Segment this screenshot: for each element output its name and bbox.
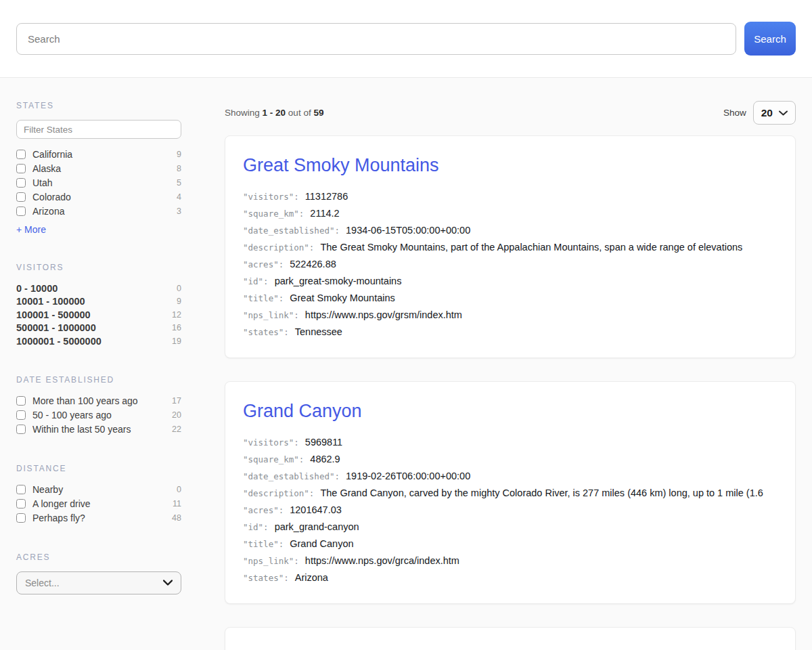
facet-option-label: 10001 - 100000 [16, 296, 171, 307]
facet-option-visitors-1[interactable]: 10001 - 100000 9 [16, 295, 181, 309]
facet-option-count: 0 [177, 284, 181, 293]
field-value: Arizona [295, 572, 328, 583]
result-title-link[interactable]: Grand Canyon [243, 401, 777, 422]
result-field-states: states Tennessee [243, 326, 777, 337]
checkbox-icon[interactable] [16, 164, 26, 173]
field-key: description [243, 488, 314, 498]
field-key: id [243, 276, 269, 286]
facet-option-count: 17 [172, 396, 181, 406]
field-key: title [243, 293, 284, 303]
facet-option-count: 22 [172, 425, 181, 434]
facet-acres: ACRES Select... [16, 552, 181, 594]
facet-option-count: 16 [172, 323, 181, 332]
facet-option-colorado[interactable]: Colorado 4 [16, 190, 181, 204]
result-field-title: title Great Smoky Mountains [243, 292, 777, 303]
facet-option-label: 0 - 10000 [16, 283, 171, 294]
field-value: 1934-06-15T05:00:00+00:00 [346, 225, 470, 236]
results-count-text: Showing 1 - 20 out of 59 [225, 108, 323, 118]
facet-option-visitors-3[interactable]: 500001 - 1000000 16 [16, 322, 181, 335]
facet-option-label: Alaska [32, 163, 171, 174]
checkbox-icon[interactable] [16, 425, 26, 434]
checkbox-icon[interactable] [16, 396, 26, 406]
field-value: 2114.2 [310, 208, 339, 219]
states-more-link[interactable]: + More [16, 224, 46, 235]
field-key: nps_link [243, 556, 299, 566]
chevron-down-icon [779, 110, 788, 116]
field-key: square_km [243, 454, 304, 464]
filter-states-input[interactable] [16, 120, 181, 139]
facet-option-nearby[interactable]: Nearby 0 [16, 483, 181, 497]
facet-option-longer-drive[interactable]: A longer drive 11 [16, 497, 181, 511]
checkbox-icon[interactable] [16, 192, 26, 202]
field-value: 522426.88 [290, 259, 336, 269]
acres-select[interactable]: Select... [16, 571, 181, 594]
facet-option-label: Perhaps fly? [32, 513, 166, 523]
result-field-date-established: date_established 1934-06-15T05:00:00+00:… [243, 225, 777, 236]
checkbox-icon[interactable] [16, 513, 26, 523]
facet-option-california[interactable]: California 9 [16, 147, 181, 161]
result-title-link[interactable]: Great Smoky Mountains [243, 155, 777, 176]
facet-option-count: 8 [177, 164, 181, 173]
results-meta: Showing 1 - 20 out of 59 Show 20 [225, 101, 796, 125]
result-field-square-km: square_km 4862.9 [243, 454, 777, 464]
facet-option-date-1[interactable]: 50 - 100 years ago 20 [16, 408, 181, 422]
result-field-nps-link: nps_link https://www.nps.gov/grsm/index.… [243, 309, 777, 320]
field-key: description [243, 242, 314, 253]
facet-option-count: 9 [177, 150, 181, 159]
facet-option-label: 50 - 100 years ago [32, 410, 166, 420]
facet-option-alaska[interactable]: Alaska 8 [16, 161, 181, 175]
facet-option-date-0[interactable]: More than 100 years ago 17 [16, 394, 181, 408]
result-field-visitors: visitors 11312786 [243, 191, 777, 202]
checkbox-icon[interactable] [16, 410, 26, 420]
search-input[interactable] [16, 23, 736, 55]
facet-option-visitors-4[interactable]: 1000001 - 5000000 19 [16, 334, 181, 348]
field-key: title [243, 539, 284, 549]
field-value: https://www.nps.gov/grsm/index.htm [305, 309, 462, 320]
acres-select-value: Select... [25, 578, 60, 588]
field-value: 5969811 [305, 437, 342, 448]
facet-option-arizona[interactable]: Arizona 3 [16, 204, 181, 218]
checkbox-icon[interactable] [16, 499, 26, 508]
checkbox-icon[interactable] [16, 150, 26, 159]
facet-option-utah[interactable]: Utah 5 [16, 175, 181, 190]
checkbox-icon[interactable] [16, 485, 26, 494]
result-field-visitors: visitors 5969811 [243, 437, 777, 448]
result-field-title: title Grand Canyon [243, 538, 777, 549]
facet-option-visitors-0[interactable]: 0 - 10000 0 [16, 282, 181, 295]
field-key: acres [243, 259, 284, 269]
facet-option-label: A longer drive [32, 498, 167, 509]
page-content: STATES California 9 Alaska 8 Utah 5 Colo… [0, 78, 812, 650]
facet-option-perhaps-fly[interactable]: Perhaps fly? 48 [16, 511, 181, 525]
show-label: Show [723, 108, 746, 118]
field-value: The Great Smoky Mountains, part of the A… [320, 242, 742, 253]
facet-option-count: 11 [173, 499, 181, 508]
field-value: 11312786 [305, 191, 348, 202]
facet-option-count: 4 [177, 192, 181, 202]
facet-option-count: 20 [172, 410, 181, 420]
facet-option-label: Utah [32, 177, 171, 188]
search-header: Search [0, 0, 812, 78]
search-button[interactable]: Search [744, 22, 796, 56]
results-area: Showing 1 - 20 out of 59 Show 20 Great S… [225, 101, 796, 650]
facet-option-count: 9 [177, 297, 181, 306]
field-value: The Grand Canyon, carved by the mighty C… [320, 488, 763, 498]
chevron-down-icon [163, 580, 173, 586]
field-key: date_established [243, 225, 340, 236]
showing-prefix: Showing [225, 108, 260, 118]
facet-acres-title: ACRES [16, 552, 181, 562]
page-size-select[interactable]: 20 [753, 101, 796, 125]
field-key: visitors [243, 192, 299, 202]
result-field-acres: acres 1201647.03 [243, 504, 777, 515]
facet-option-label: 500001 - 1000000 [16, 322, 166, 333]
checkbox-icon[interactable] [16, 207, 26, 216]
facet-option-label: 100001 - 500000 [16, 309, 166, 320]
facet-option-count: 5 [177, 178, 181, 188]
facet-visitors: VISITORS 0 - 10000 0 10001 - 100000 9 10… [16, 263, 181, 348]
facet-option-label: 1000001 - 5000000 [16, 336, 166, 347]
result-field-square-km: square_km 2114.2 [243, 208, 777, 219]
page-size-control: Show 20 [723, 101, 796, 125]
checkbox-icon[interactable] [16, 178, 26, 188]
facet-option-visitors-2[interactable]: 100001 - 500000 12 [16, 308, 181, 322]
facet-option-date-2[interactable]: Within the last 50 years 22 [16, 422, 181, 437]
filter-sidebar: STATES California 9 Alaska 8 Utah 5 Colo… [16, 101, 181, 650]
